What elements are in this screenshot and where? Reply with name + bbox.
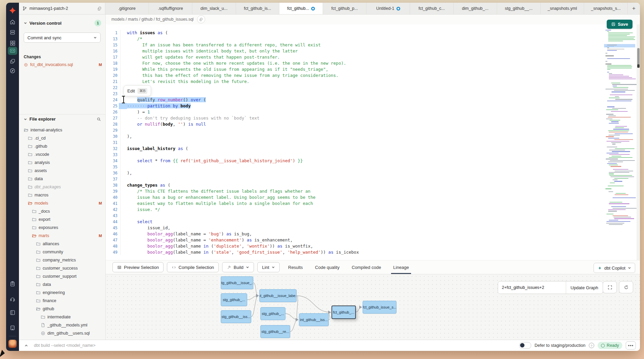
file-tree-item[interactable]: alliances — [19, 240, 105, 248]
tab-results[interactable]: Results — [288, 260, 303, 274]
home-icon[interactable] — [6, 17, 19, 27]
code-line[interactable]: 13 /* — [105, 36, 599, 42]
code-line[interactable]: 36), — [105, 170, 599, 176]
copy-path-button[interactable] — [197, 15, 205, 23]
file-tree-item[interactable]: analysis — [19, 159, 105, 167]
code-line[interactable]: 42 issue. */ — [105, 207, 599, 213]
code-line[interactable]: 45 issue_id, — [105, 225, 599, 231]
lineage-node-0[interactable]: stg_github__issue_... — [221, 276, 253, 289]
file-tree-item[interactable]: martsM — [19, 232, 105, 240]
file-tree-item[interactable]: community — [19, 248, 105, 256]
file-tree-item[interactable]: engineering — [19, 289, 105, 297]
code-line[interactable]: 46 boolor_agg(label_name = 'bug') as is_… — [105, 231, 599, 237]
save-button[interactable]: Save — [607, 20, 632, 29]
lineage-filter-input[interactable] — [498, 281, 566, 294]
update-graph-button[interactable]: Update Graph — [566, 281, 603, 294]
code-line[interactable]: 18 For now, choose the one with more rec… — [105, 60, 599, 66]
docs-panel-icon[interactable] — [6, 308, 19, 318]
explore-compass-icon[interactable] — [6, 66, 19, 76]
dbt-copilot-button[interactable]: dbt Copilot — [594, 263, 635, 273]
editor-tab-6[interactable]: Untitled-1 — [366, 3, 410, 14]
file-tree-item[interactable]: dbt_packages — [19, 183, 105, 191]
editor-tab-3[interactable]: fct_github_is... — [236, 3, 280, 14]
file-tree-item[interactable]: data — [19, 175, 105, 183]
code-line[interactable]: 40 issue has a bug or enhancement label.… — [105, 194, 599, 200]
editor-tab-1[interactable]: .sqlfluffignore — [149, 3, 193, 14]
file-tree-item[interactable]: customer_success — [19, 264, 105, 272]
file-tree-item[interactable]: dim_github__users.sql — [19, 329, 105, 337]
file-tree-item[interactable]: intermediate — [19, 313, 105, 321]
file-tree-item[interactable]: internal-analytics — [19, 126, 105, 134]
defer-toggle[interactable] — [519, 342, 531, 349]
code-line[interactable]: 32issue_label_history as ( — [105, 146, 599, 152]
search-icon[interactable] — [96, 117, 101, 122]
file-tree-item[interactable]: exposures — [19, 224, 105, 232]
tasks-clipboard-icon[interactable] — [6, 279, 19, 289]
code-line[interactable]: 29 — [105, 127, 599, 133]
code-line[interactable]: 48 boolor_agg(label_name in ('duplicate'… — [105, 243, 599, 249]
more-options-button[interactable]: ••• — [626, 341, 636, 350]
tab-lineage[interactable]: Lineage — [393, 260, 409, 274]
file-tree-item[interactable]: .vscode — [19, 150, 105, 159]
code-line[interactable]: 27 -- don't try deduping issues with no … — [105, 115, 599, 121]
changed-file-row[interactable]: fct_dbt_invocations.sql M — [24, 61, 102, 68]
commit-and-sync-select[interactable]: Commit and sync — [24, 33, 101, 43]
code-line[interactable]: 44 select — [105, 219, 599, 225]
edit-popup-label[interactable]: Edit — [127, 88, 135, 93]
version-control-header[interactable]: Version control 1 — [24, 20, 101, 26]
orchestration-icon[interactable] — [6, 56, 19, 66]
editor-tab-7[interactable]: fct_github_c... — [410, 3, 454, 14]
file-tree-item[interactable]: company_metrics — [19, 256, 105, 264]
edit-popup[interactable]: Edit ⌘B — [124, 85, 151, 96]
file-tree-item[interactable]: data — [19, 280, 105, 289]
preview-selection-button[interactable]: Preview Selection — [112, 262, 164, 272]
code-line[interactable]: 25········partition by body — [105, 103, 599, 109]
code-line[interactable]: 35 — [105, 164, 599, 170]
code-line[interactable]: 15 If an issue has been transferred to a… — [105, 42, 599, 48]
lineage-node-7[interactable]: fct_github_... — [331, 305, 356, 319]
code-line[interactable]: 33 — [105, 152, 599, 158]
lineage-node-6[interactable]: int_github__iss... — [299, 313, 329, 326]
file-tree-item[interactable]: macros — [19, 191, 105, 199]
collapse-command-bar[interactable] — [19, 344, 33, 347]
support-headset-icon[interactable] — [6, 294, 19, 304]
editor-tab-8[interactable]: dim_github_... — [454, 3, 497, 14]
file-tree-item[interactable]: .github — [19, 142, 105, 150]
editor-tab-0[interactable]: .gitignore — [105, 3, 149, 14]
lineage-node-5[interactable]: stg_github__re... — [260, 325, 290, 338]
code-line[interactable]: 17 will get updates for events that happ… — [105, 54, 599, 60]
file-tree-item[interactable]: export — [19, 215, 105, 224]
code-line[interactable]: 31 — [105, 140, 599, 146]
code-line[interactable]: 22 — [105, 85, 599, 91]
compile-selection-button[interactable]: Compile Selection — [167, 262, 219, 272]
user-avatar[interactable] — [8, 340, 17, 348]
lineage-panel[interactable]: Update Graph stg_github__issue_...stg_gi… — [105, 274, 640, 340]
editor-tab-9[interactable]: stg_github__... — [497, 3, 541, 14]
editor-minimap[interactable] — [604, 27, 635, 247]
tab-code-quality[interactable]: Code quality — [315, 260, 339, 274]
editor-tab-2[interactable]: dim_slack_u... — [192, 3, 236, 14]
code-line[interactable]: 37 — [105, 176, 599, 182]
code-line[interactable]: 16 multiple issues with identical body t… — [105, 48, 599, 54]
lineage-node-8[interactable]: fct_github_issue_s... — [363, 301, 396, 314]
new-tab-button[interactable]: + — [628, 3, 640, 14]
code-line[interactable]: 26 ) = 1 — [105, 109, 599, 115]
code-line[interactable]: 34 select * from {{ ref('int_github__iss… — [105, 158, 599, 164]
editor-scrollbar[interactable] — [637, 24, 640, 260]
file-tree-item[interactable]: _github__models.yml — [19, 321, 105, 329]
editor-tab-4[interactable]: fct_github... — [279, 3, 323, 14]
copy-icon[interactable] — [97, 6, 102, 11]
tab-compiled-code[interactable]: Compiled code — [352, 260, 381, 274]
code-line[interactable]: 24 qualify row_number() over ( — [105, 97, 599, 103]
help-icon[interactable]: ? — [589, 343, 594, 348]
code-line[interactable]: 1with issues as ( — [105, 30, 599, 36]
lint-button[interactable]: Lint — [257, 262, 280, 272]
lineage-node-2[interactable]: stg_github__iss... — [221, 310, 251, 323]
code-line[interactable]: 38change_types as ( — [105, 182, 599, 188]
build-button[interactable]: Build — [222, 262, 254, 272]
lineage-node-1[interactable]: stg_github_... — [221, 293, 247, 306]
file-tree-item[interactable]: .ci_cd — [19, 134, 105, 142]
file-tree-item[interactable]: github — [19, 305, 105, 313]
editor-tab-5[interactable]: fct_github_p... — [323, 3, 367, 14]
code-line[interactable]: 19 While this prevents the old issue fro… — [105, 66, 599, 72]
